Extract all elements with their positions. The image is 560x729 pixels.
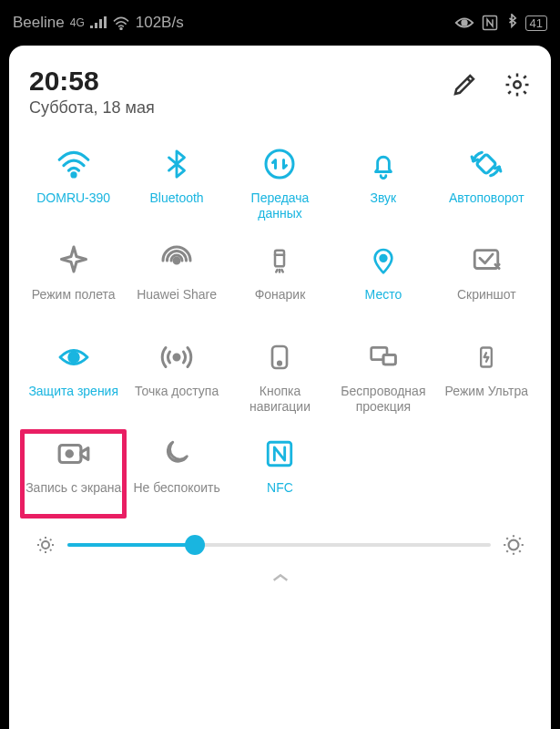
tile-label: NFC bbox=[267, 480, 293, 511]
svg-point-11 bbox=[68, 353, 78, 363]
tile-share[interactable]: Huawei Share bbox=[125, 238, 228, 323]
tile-label: Передача данных bbox=[230, 190, 330, 221]
brightness-row bbox=[22, 517, 538, 564]
svg-point-20 bbox=[66, 451, 72, 457]
clock-date[interactable]: Суббота, 18 мая bbox=[29, 98, 451, 118]
tile-nfc[interactable]: NFC bbox=[229, 431, 331, 517]
brightness-high-icon bbox=[502, 533, 525, 557]
airplane-icon bbox=[56, 243, 91, 278]
data-icon bbox=[262, 147, 297, 181]
tile-rotate[interactable]: Автоповорот bbox=[435, 141, 538, 227]
flash-icon bbox=[262, 243, 297, 278]
svg-point-4 bbox=[72, 173, 76, 177]
bell-icon bbox=[366, 147, 401, 181]
svg-point-12 bbox=[174, 354, 179, 360]
tile-data[interactable]: Передача данных bbox=[229, 141, 331, 227]
tile-flash[interactable]: Фонарик bbox=[229, 238, 331, 323]
ultra-icon bbox=[469, 340, 504, 375]
tile-eye[interactable]: Защита зрения bbox=[22, 334, 125, 420]
svg-point-5 bbox=[266, 150, 293, 178]
svg-point-3 bbox=[514, 81, 521, 88]
quick-settings-panel: 20:58 Суббота, 18 мая DOMRU-390 Bluetoot… bbox=[9, 46, 551, 729]
tile-dnd[interactable]: Не беспокоить bbox=[125, 431, 228, 517]
status-bar: Beeline 4G 102B/s 41 bbox=[0, 0, 560, 46]
tile-wifi[interactable]: DOMRU-390 bbox=[22, 141, 125, 227]
tile-ultra[interactable]: Режим Ультра bbox=[435, 334, 538, 420]
svg-rect-16 bbox=[383, 354, 395, 364]
navkey-icon bbox=[262, 340, 297, 375]
tile-label: Защита зрения bbox=[28, 384, 118, 415]
bluetooth-status-icon bbox=[505, 14, 518, 32]
record-icon bbox=[56, 436, 91, 471]
bluetooth-icon bbox=[159, 147, 194, 181]
svg-point-0 bbox=[120, 27, 122, 29]
tile-record[interactable]: Запись с экрана bbox=[22, 431, 125, 517]
tile-label: Bluetooth bbox=[150, 190, 204, 221]
screenshot-icon bbox=[469, 243, 504, 278]
brightness-slider[interactable] bbox=[67, 543, 491, 547]
dnd-icon bbox=[159, 436, 194, 471]
tiles-grid: DOMRU-390 Bluetooth Передача данных Звук… bbox=[22, 141, 538, 517]
tile-label: Huawei Share bbox=[137, 287, 217, 318]
signal-icon bbox=[90, 16, 107, 29]
tile-label: Кнопка навигации bbox=[230, 384, 330, 415]
svg-point-22 bbox=[42, 541, 49, 549]
svg-point-7 bbox=[174, 258, 179, 263]
tile-label: Фонарик bbox=[255, 287, 306, 318]
eye-comfort-icon bbox=[454, 15, 474, 30]
carrier-label: Beeline bbox=[13, 14, 65, 32]
battery-indicator: 41 bbox=[525, 15, 547, 31]
svg-point-1 bbox=[462, 20, 467, 26]
tile-cast[interactable]: Беспроводная проекция bbox=[331, 334, 434, 420]
expand-caret[interactable] bbox=[22, 564, 538, 593]
brightness-low-icon bbox=[35, 534, 56, 556]
tile-label: DOMRU-390 bbox=[36, 190, 110, 221]
speed-label: 102B/s bbox=[136, 14, 184, 32]
svg-point-9 bbox=[381, 255, 387, 262]
tile-label: Место bbox=[365, 287, 402, 318]
tile-label: Беспроводная проекция bbox=[333, 384, 433, 415]
tile-hotspot[interactable]: Точка доступа bbox=[125, 334, 228, 420]
svg-rect-6 bbox=[476, 154, 496, 174]
location-icon bbox=[366, 243, 401, 278]
eye-icon bbox=[56, 340, 91, 375]
tile-label: Запись с экрана bbox=[25, 480, 121, 511]
edit-icon[interactable] bbox=[451, 71, 478, 98]
tile-label: Точка доступа bbox=[135, 384, 219, 415]
hotspot-icon bbox=[159, 340, 194, 375]
tile-screenshot[interactable]: Скриншот bbox=[435, 238, 538, 323]
nfc-status-icon bbox=[482, 15, 498, 31]
wifi-icon bbox=[56, 147, 91, 181]
tile-label: Автоповорот bbox=[449, 190, 524, 221]
cast-icon bbox=[366, 340, 401, 375]
wifi-status-icon bbox=[112, 15, 130, 30]
tile-label: Режим Ультра bbox=[445, 384, 528, 415]
clock-time[interactable]: 20:58 bbox=[29, 66, 451, 97]
svg-rect-10 bbox=[475, 251, 499, 269]
settings-icon[interactable] bbox=[504, 71, 531, 98]
tile-label: Не беспокоить bbox=[133, 480, 219, 511]
network-type: 4G bbox=[70, 16, 85, 29]
tile-label: Скриншот bbox=[457, 287, 516, 318]
svg-rect-8 bbox=[275, 251, 284, 267]
tile-location[interactable]: Место bbox=[331, 238, 434, 323]
svg-point-14 bbox=[279, 362, 281, 364]
panel-header: 20:58 Суббота, 18 мая bbox=[22, 62, 538, 118]
tile-label: Звук bbox=[371, 190, 397, 221]
tile-airplane[interactable]: Режим полета bbox=[22, 238, 125, 323]
rotate-icon bbox=[469, 147, 504, 181]
tile-label: Режим полета bbox=[32, 287, 116, 318]
nfc-icon bbox=[262, 436, 297, 471]
tile-navkey[interactable]: Кнопка навигации bbox=[229, 334, 331, 420]
tile-bluetooth[interactable]: Bluetooth bbox=[125, 141, 228, 227]
svg-point-23 bbox=[509, 540, 519, 550]
tile-bell[interactable]: Звук bbox=[331, 141, 434, 227]
share-icon bbox=[159, 243, 194, 278]
